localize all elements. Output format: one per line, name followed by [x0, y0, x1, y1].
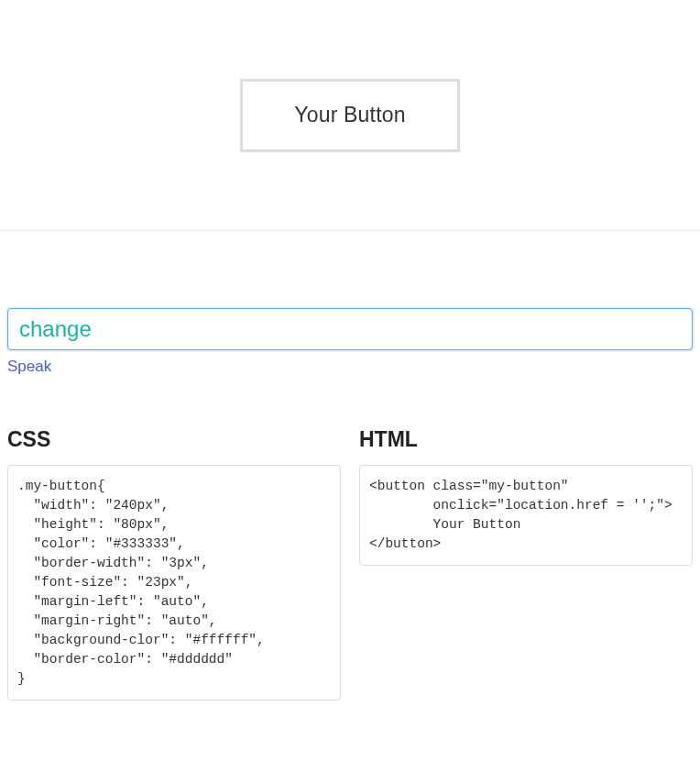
css-heading: CSS [7, 427, 341, 452]
speak-link[interactable]: Speak [7, 358, 51, 376]
css-column: CSS .my-button{ "width": "240px", "heigh… [7, 427, 341, 700]
html-heading: HTML [359, 427, 693, 452]
command-input[interactable] [7, 308, 693, 350]
css-code-box: .my-button{ "width": "240px", "height": … [7, 465, 341, 700]
preview-button[interactable]: Your Button [240, 79, 460, 152]
input-section: Speak [0, 231, 700, 376]
html-column: HTML <button class="my-button" onclick="… [359, 427, 693, 700]
preview-area: Your Button [0, 0, 700, 231]
code-section: CSS .my-button{ "width": "240px", "heigh… [0, 376, 700, 700]
html-code-box: <button class="my-button" onclick="locat… [359, 465, 693, 566]
